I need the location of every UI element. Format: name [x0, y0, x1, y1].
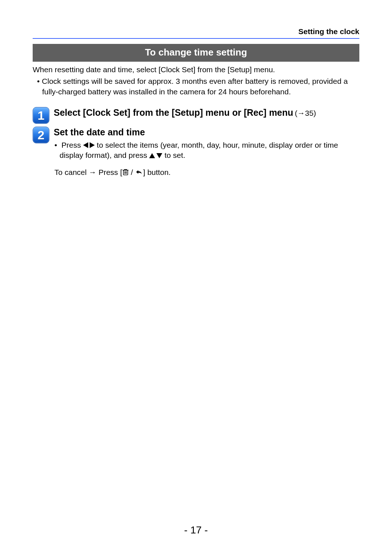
cancel-suffix: ] button.	[143, 168, 171, 176]
return-icon	[135, 168, 143, 178]
section-notes: Clock settings will be saved for approx.…	[33, 76, 359, 97]
cancel-prefix: To cancel → Press [	[54, 168, 122, 176]
step-title: Set the date and time	[54, 126, 359, 139]
header-rule	[33, 38, 359, 39]
cancel-sep: /	[129, 168, 135, 176]
up-down-arrow-icon	[149, 151, 162, 159]
trash-icon	[122, 168, 129, 178]
step-cancel-line: To cancel → Press [ / ] button.	[54, 167, 359, 178]
section-intro-text: When resetting date and time, select [Cl…	[33, 65, 359, 75]
step-2: 2 Set the date and time Press to select …	[33, 126, 359, 178]
step-title: Select [Clock Set] from the [Setup] menu…	[54, 107, 293, 118]
detail-text-prefix: Press	[61, 141, 83, 149]
step-1: 1 Select [Clock Set] from the [Setup] me…	[33, 106, 359, 124]
step-body: Set the date and time Press to select th…	[54, 126, 359, 178]
step-number-badge: 1	[33, 107, 49, 124]
step-detail-item: Press to select the items (year, month, …	[54, 140, 359, 161]
step-number-badge: 2	[33, 127, 49, 143]
section-title-bar: To change time setting	[33, 44, 359, 62]
step-detail-list: Press to select the items (year, month, …	[54, 140, 359, 161]
manual-page: Setting the clock To change time setting…	[0, 0, 392, 557]
step-body: Select [Clock Set] from the [Setup] menu…	[54, 106, 359, 119]
detail-text-suffix: to set.	[162, 151, 185, 159]
left-right-arrow-icon	[83, 141, 95, 149]
detail-text-mid: to select the items (year, month, day, h…	[60, 141, 338, 159]
step-page-reference: (→35)	[295, 109, 316, 117]
page-number: - 17 -	[0, 524, 392, 536]
section-note-item: Clock settings will be saved for approx.…	[37, 76, 359, 97]
chapter-title: Setting the clock	[33, 27, 359, 38]
